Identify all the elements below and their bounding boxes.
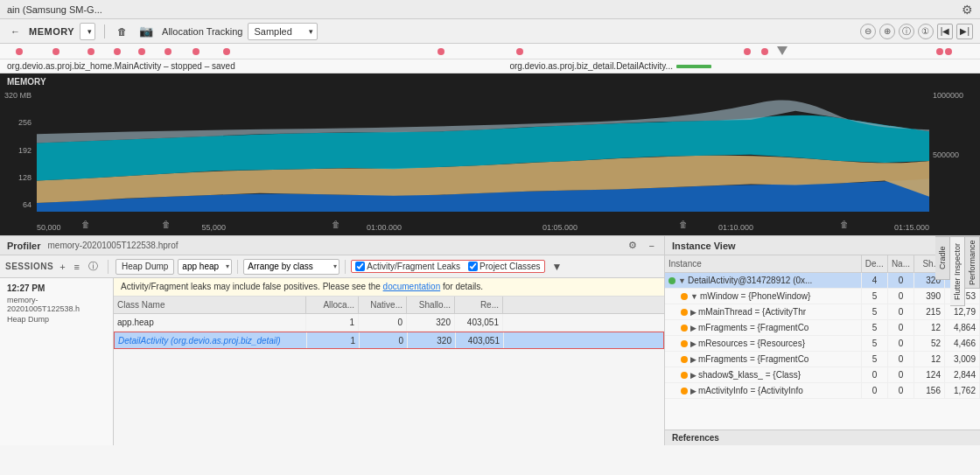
expand-icon[interactable]: ▶ <box>690 355 696 364</box>
side-tab-cradle[interactable]: Cradle <box>935 236 950 280</box>
trash-icon: 🗑 <box>840 220 849 229</box>
y-label: 320 MB <box>0 91 35 100</box>
orange-dot-icon <box>681 340 688 347</box>
gear-icon[interactable]: ⚙ <box>962 3 973 17</box>
x-label: 01:15.000 <box>894 223 929 232</box>
timeline-dot <box>744 48 751 55</box>
table-row[interactable]: DetailActivity (org.devio.as.proj.biz_de… <box>114 332 664 349</box>
title-bar-right: ⚙ <box>962 3 973 17</box>
orange-dot-icon <box>681 356 688 363</box>
instance-table-body[interactable]: ▼DetailActivity@314728912 (0x...40320403… <box>665 273 980 430</box>
num-button[interactable]: ① <box>918 24 934 39</box>
expand-icon[interactable]: ▼ <box>690 292 698 301</box>
timeline-dot <box>761 48 768 55</box>
sampled-dropdown[interactable]: Sampled <box>248 23 318 40</box>
instance-table-header: Instance De... Na... Sh... <box>665 255 980 273</box>
minus-button[interactable]: ⊖ <box>860 24 876 39</box>
th-native: Native... <box>359 297 407 313</box>
y-label-right: 500000 <box>933 150 976 159</box>
class-table-header: Class Name Alloca... Native... Shallo...… <box>114 297 664 314</box>
timeline-dot <box>945 48 952 55</box>
td-alloca: 1 <box>306 314 359 331</box>
instance-row[interactable]: ▼mWindow = {PhoneWindow}5039014,53 <box>665 289 980 304</box>
x-label: 55,000 <box>201 223 226 232</box>
activity-green-bar <box>676 65 711 68</box>
itd-na: 0 <box>888 383 914 398</box>
itd-depth: 5 <box>862 289 888 304</box>
instance-row[interactable]: ▶mResources = {Resources}50524,466 <box>665 336 980 352</box>
timeline-dot <box>114 48 121 55</box>
instance-row[interactable]: ▶mFragments = {FragmentCo50124,864 <box>665 320 980 336</box>
itd-na: 0 <box>888 289 914 304</box>
split-area: 12:27 PM memory-20201005T122538.h Heap D… <box>0 278 664 445</box>
expand-icon[interactable]: ▼ <box>678 276 686 285</box>
y-labels-right: 1000000500000 <box>933 91 976 209</box>
references-label: References <box>672 433 719 443</box>
timeline-dots <box>0 44 980 59</box>
table-row[interactable]: app.heap10320403,051 <box>114 314 664 332</box>
side-tab-performance[interactable]: Performance <box>965 236 980 289</box>
profiler-file: memory-20201005T122538.hprof <box>48 241 178 250</box>
timeline-dot <box>223 48 230 55</box>
itd-na: 0 <box>888 336 914 351</box>
expand-icon[interactable]: ▶ <box>690 371 696 380</box>
td-shallow: 320 <box>407 314 455 331</box>
leak-doc-link[interactable]: documentation <box>383 282 441 291</box>
session-time: 12:27 PM <box>0 282 113 295</box>
td-class: app.heap <box>114 314 306 331</box>
expand-icon[interactable]: ▶ <box>690 324 696 332</box>
instance-row[interactable]: ▶mMainThread = {ActivityThr5021512,79 <box>665 304 980 320</box>
y-label: 128 <box>0 173 35 182</box>
instance-row[interactable]: ▶shadow$_klass_ = {Class}001242,844 <box>665 367 980 383</box>
sessions-list[interactable]: 12:27 PM memory-20201005T122538.h Heap D… <box>0 278 114 445</box>
arrange-select[interactable]: Arrange by class <box>243 259 340 275</box>
itd-instance: ▶mMainThread = {ActivityThr <box>665 304 862 319</box>
heap-dump-button[interactable]: Heap Dump <box>116 259 174 275</box>
timeline-dot <box>164 48 172 55</box>
side-tabs: Performance Flutter Inspector Cradle <box>935 236 980 445</box>
instance-row[interactable]: ▶mFragments = {FragmentCo50123,009 <box>665 352 980 367</box>
list-sessions-button[interactable]: ≡ <box>72 261 82 273</box>
profiler-gear-icon[interactable]: ⚙ <box>626 239 640 252</box>
left-panel: Profiler memory-20201005T122538.hprof ⚙ … <box>0 236 665 445</box>
orange-dot-icon <box>681 372 688 379</box>
add-session-button[interactable]: + <box>57 261 67 273</box>
itd-depth: 5 <box>862 304 888 319</box>
itd-instance: ▼mWindow = {PhoneWindow} <box>665 289 862 304</box>
filter-checkboxes: Activity/Fragment Leaks Project Classes <box>351 260 544 273</box>
filter-icon[interactable]: ▼ <box>552 261 563 273</box>
orange-dot-icon <box>681 293 688 300</box>
itd-instance: ▶mFragments = {FragmentCo <box>665 320 862 335</box>
class-table-body[interactable]: app.heap10320403,051DetailActivity (org.… <box>114 314 664 445</box>
info-session-button[interactable]: ⓘ <box>86 259 101 274</box>
expand-icon[interactable]: ▶ <box>690 339 696 348</box>
sessions-label: SESSIONS <box>5 262 53 271</box>
instance-row[interactable]: ▶mActivityInfo = {ActivityInfo001561,762 <box>665 383 980 399</box>
toolbar: ← MEMORY ▾ 🗑 📷 Allocation Tracking Sampl… <box>0 19 980 44</box>
toolbar-right: ⊖ ⊕ ⓘ ① |◀ ▶| <box>860 24 973 39</box>
back-button[interactable]: ← <box>7 24 24 38</box>
capture-button[interactable]: 📷 <box>136 23 157 39</box>
info-button[interactable]: ⓘ <box>899 24 914 39</box>
sessions-separator <box>108 260 108 274</box>
project-checkbox[interactable] <box>468 262 478 271</box>
prev-button[interactable]: |◀ <box>937 24 954 39</box>
plus-button[interactable]: ⊕ <box>879 24 895 39</box>
x-axis-labels: 50,00055,00001:00.00001:05.00001:10.0000… <box>37 223 929 232</box>
delete-button[interactable]: 🗑 <box>114 24 130 38</box>
profiler-minus-btn[interactable]: − <box>647 240 657 252</box>
next-button[interactable]: ▶| <box>956 24 973 39</box>
session-type: Heap Dump <box>0 314 113 325</box>
expand-icon[interactable]: ▶ <box>690 387 696 395</box>
itd-instance: ▶mResources = {Resources} <box>665 336 862 351</box>
memory-dropdown[interactable]: ▾ <box>80 23 95 40</box>
instance-row[interactable]: ▼DetailActivity@314728912 (0x...40320403… <box>665 273 980 289</box>
app-heap-select[interactable]: app heap <box>178 259 232 275</box>
activity-checkbox-item: Activity/Fragment Leaks <box>355 262 460 271</box>
td-retained: 403,051 <box>456 332 504 348</box>
side-tab-flutter[interactable]: Flutter Inspector <box>950 236 965 306</box>
expand-icon[interactable]: ▶ <box>690 308 696 317</box>
activity-checkbox[interactable] <box>355 262 365 271</box>
itd-na: 0 <box>888 304 914 319</box>
activity-checkbox-label: Activity/Fragment Leaks <box>367 262 460 271</box>
